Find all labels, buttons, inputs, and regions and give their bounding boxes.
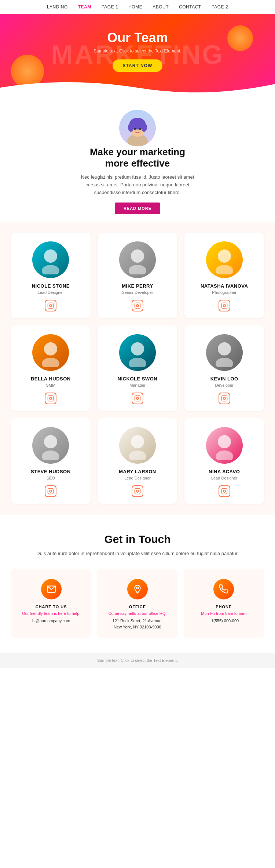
- team-member-name: NINA SCAVO: [209, 469, 240, 474]
- contact-description: Duis aute irure dolor in reprehenderit i…: [11, 550, 264, 558]
- section-description: Nec feugiat nisl pretium fuse id. Justo …: [79, 174, 196, 196]
- svg-point-11: [52, 304, 53, 304]
- team-member-name: STEVE HUDSON: [31, 469, 71, 474]
- contact-card: OFFICE Come say hello at our office HQ. …: [97, 569, 177, 638]
- nav-team[interactable]: TEAM: [78, 4, 91, 10]
- team-photo: [119, 427, 156, 464]
- hero-section: MARKETING Our Team Sample text. Click to…: [0, 14, 275, 95]
- person-silhouette: [36, 245, 65, 274]
- read-more-button[interactable]: READ MORE: [115, 203, 160, 214]
- svg-rect-24: [48, 395, 54, 401]
- team-member-role: SEO: [47, 476, 55, 480]
- contact-link: Our friendly team is here to help.: [22, 611, 81, 616]
- svg-point-33: [216, 358, 233, 367]
- hero-subtitle: Sample text. Click to select the Text El…: [94, 48, 182, 54]
- instagram-icon[interactable]: [45, 300, 56, 311]
- contact-heading: Get in Touch: [11, 533, 264, 546]
- contact-link: Mon-Fri from 8am to 5am: [201, 611, 246, 616]
- svg-rect-19: [221, 303, 227, 308]
- nav-page2[interactable]: PAGE 2: [212, 4, 228, 10]
- hero-title: Our Team: [107, 30, 168, 45]
- contact-card: CHART TO US Our friendly team is here to…: [11, 569, 91, 638]
- instagram-icon[interactable]: [219, 300, 230, 311]
- team-photo: [206, 334, 243, 371]
- svg-point-43: [129, 451, 146, 460]
- svg-point-16: [139, 304, 139, 304]
- team-card: NATASHA IVANOVA Photographer: [184, 233, 264, 318]
- person-silhouette: [123, 338, 152, 367]
- team-member-role: Manager: [129, 383, 145, 387]
- team-photo: [206, 427, 243, 464]
- team-card: MARY LARSON Lead Designer: [98, 418, 177, 504]
- contact-section: Get in Touch Duis aute irure dolor in re…: [0, 515, 275, 653]
- instagram-icon[interactable]: [219, 393, 230, 404]
- svg-point-6: [139, 128, 141, 130]
- contact-link: Come say hello at our office HQ.: [109, 611, 167, 616]
- team-card: KEVIN LOO Developer: [184, 325, 264, 411]
- team-grid: NICOLE STONE Lead Designer MIKE PERRY Se…: [11, 233, 264, 504]
- svg-point-15: [136, 304, 139, 307]
- svg-point-45: [136, 490, 139, 492]
- svg-point-53: [136, 587, 138, 589]
- instagram-icon[interactable]: [45, 485, 56, 497]
- team-member-name: MIKE PERRY: [122, 283, 153, 289]
- svg-point-31: [139, 397, 139, 397]
- team-section: NICOLE STONE Lead Designer MIKE PERRY Se…: [0, 222, 275, 515]
- svg-rect-44: [135, 488, 140, 494]
- svg-point-40: [50, 490, 52, 492]
- instagram-icon[interactable]: [45, 393, 56, 404]
- team-member-name: NATASHA IVANOVA: [201, 283, 248, 289]
- instagram-icon[interactable]: [219, 485, 230, 497]
- person-silhouette: [210, 338, 239, 367]
- contact-label: CHART TO US: [36, 605, 67, 609]
- svg-point-5: [134, 128, 136, 130]
- contact-info: 121 Rock Sreet, 21 Avenue,New York, NY 9…: [113, 618, 163, 631]
- contact-card: PHONE Mon-Fri from 8am to 5am +1(555) 00…: [184, 569, 264, 638]
- svg-point-37: [44, 435, 57, 448]
- footer: Sample text. Click to select the Text El…: [0, 653, 275, 668]
- nav-about[interactable]: ABOUT: [153, 4, 169, 10]
- svg-point-22: [44, 342, 57, 355]
- contact-info: hi@ourcompany.com: [32, 618, 70, 624]
- nav-contact[interactable]: CONTACT: [179, 4, 201, 10]
- team-member-name: BELLA HUDSON: [31, 376, 71, 382]
- navigation: LANDING TEAM PAGE 1 HOME ABOUT CONTACT P…: [0, 0, 275, 14]
- svg-point-3: [128, 123, 134, 132]
- team-card: MIKE PERRY Senior Developer: [98, 233, 177, 318]
- team-photo: [206, 241, 243, 278]
- instagram-icon[interactable]: [132, 300, 143, 311]
- avatar: [119, 110, 156, 146]
- svg-rect-14: [135, 303, 140, 308]
- team-card: NINA SCAVO Lead Designer: [184, 418, 264, 504]
- svg-point-17: [218, 249, 231, 263]
- team-member-role: SMM: [46, 383, 55, 387]
- svg-point-28: [129, 358, 146, 367]
- section-heading: Make your marketing more effective: [90, 146, 185, 169]
- person-silhouette: [36, 431, 65, 460]
- nav-page1[interactable]: PAGE 1: [102, 4, 118, 10]
- team-member-role: Senior Developer: [122, 290, 153, 295]
- svg-point-7: [44, 249, 57, 263]
- instagram-icon[interactable]: [132, 393, 143, 404]
- contact-label: OFFICE: [129, 605, 146, 609]
- contact-label: PHONE: [216, 605, 232, 609]
- instagram-icon[interactable]: [132, 485, 143, 497]
- person-silhouette: [210, 245, 239, 274]
- team-member-role: Lead Designer: [38, 290, 64, 295]
- team-card: NICKOLE SWON Manager: [98, 325, 177, 411]
- nav-landing[interactable]: LANDING: [47, 4, 68, 10]
- person-silhouette: [36, 338, 65, 367]
- svg-point-4: [141, 123, 147, 132]
- person-silhouette: [210, 431, 239, 460]
- svg-rect-34: [221, 395, 227, 401]
- nav-home[interactable]: HOME: [128, 4, 142, 10]
- svg-point-32: [218, 342, 231, 355]
- svg-point-8: [42, 265, 59, 274]
- hero-start-button[interactable]: START NOW: [113, 59, 163, 72]
- svg-point-48: [216, 451, 233, 460]
- svg-point-51: [225, 489, 226, 490]
- avatar-svg: [119, 110, 156, 146]
- svg-rect-49: [221, 488, 227, 494]
- blob-right: [227, 25, 253, 51]
- team-member-name: MARY LARSON: [119, 469, 156, 474]
